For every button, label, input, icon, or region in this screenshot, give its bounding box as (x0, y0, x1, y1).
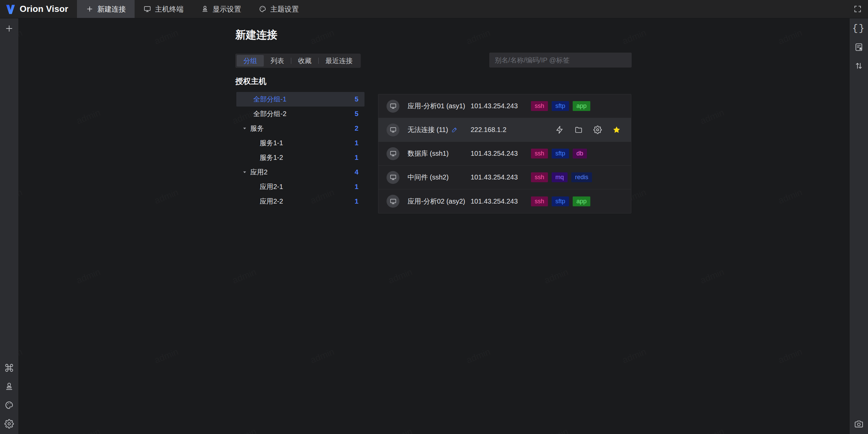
tree-item-count: 1 (355, 197, 364, 205)
tree-item[interactable]: 应用24 (236, 165, 364, 180)
monitor-icon (390, 198, 397, 205)
tag-badge-ssh: ssh (531, 101, 548, 111)
tree-item[interactable]: 全部分组-15 (236, 92, 364, 107)
plus-icon (86, 5, 94, 13)
group-tree: 全部分组-15全部分组-25服务2服务1-11服务1-21应用24应用2-11应… (236, 92, 364, 209)
host-row[interactable]: 数据库 (ssh1)101.43.254.243sshsftpdb (378, 142, 631, 166)
top-nav: 新建连接主机终端显示设置主题设置 (77, 0, 308, 18)
tag-badge-mq: mq (552, 172, 568, 182)
gear-icon (4, 419, 14, 429)
plus-button[interactable] (3, 23, 15, 34)
gear-icon (593, 126, 602, 134)
tree-item-count: 5 (355, 95, 364, 103)
nav-item-label: 新建连接 (97, 4, 126, 14)
nav-item-label: 主题设置 (270, 4, 299, 14)
tree-item-count: 1 (355, 139, 364, 147)
host-tags: sshsftpapp (531, 101, 590, 111)
tree-item[interactable]: 服务1-11 (236, 136, 364, 150)
host-name: 无法连接 (11) (408, 125, 458, 134)
tree-item-label: 服务 (250, 124, 264, 133)
tree-item-label: 全部分组-1 (253, 95, 287, 104)
main-area: adminadminadminadminadminadminadminadmin… (18, 18, 850, 434)
tag-badge-redis: redis (571, 172, 592, 182)
camera-icon (854, 419, 864, 429)
tree-item-label: 服务1-1 (260, 138, 283, 148)
right-rail: {} (850, 18, 868, 434)
host-name: 应用-分析02 (asy2) (408, 197, 465, 206)
host-name-text: 应用-分析02 (asy2) (408, 197, 465, 206)
host-ip: 101.43.254.243 (471, 150, 518, 157)
host-tags: sshsftpdb (531, 149, 587, 158)
palette-icon (259, 5, 267, 13)
tab-list[interactable]: 列表 (264, 55, 291, 67)
host-row[interactable]: 中间件 (ssh2)101.43.254.243sshmqredis (378, 166, 631, 189)
tree-item-count: 5 (355, 110, 364, 118)
camera-button[interactable] (853, 418, 865, 430)
tree-item-label: 全部分组-2 (253, 109, 287, 118)
tag-badge-ssh: ssh (531, 149, 548, 158)
host-avatar (387, 171, 399, 184)
search-box (489, 53, 632, 68)
tag-badge-ssh: ssh (531, 196, 548, 206)
page-title: 新建连接 (235, 28, 277, 42)
host-row[interactable]: 应用-分析02 (asy2)101.43.254.243sshsftpapp (378, 189, 631, 213)
tab-favorite[interactable]: 收藏 (291, 55, 318, 67)
tree-item-count: 2 (355, 125, 364, 132)
host-ip: 101.43.254.243 (471, 102, 518, 110)
tag-badge-app: app (573, 101, 590, 111)
tree-item[interactable]: 服务2 (236, 121, 364, 136)
search-input[interactable] (489, 53, 632, 68)
tab-recent[interactable]: 最近连接 (319, 55, 359, 67)
topbar: Orion Visor 新建连接主机终端显示设置主题设置 (0, 0, 868, 18)
nav-item-label: 显示设置 (213, 4, 241, 14)
braces-icon: {} (852, 23, 865, 34)
gear-button[interactable] (3, 418, 15, 430)
nav-item-host-terminal[interactable]: 主机终端 (135, 0, 192, 18)
braces-button[interactable]: {} (853, 23, 865, 34)
command-icon (4, 363, 14, 373)
favorite-button[interactable] (612, 126, 621, 134)
nav-item-display-settings[interactable]: 显示设置 (192, 0, 250, 18)
caret-down-icon (242, 170, 247, 175)
host-avatar (387, 124, 399, 136)
left-rail (0, 18, 18, 434)
edit-name-icon[interactable] (451, 127, 458, 133)
host-name-text: 无法连接 (11) (408, 125, 448, 134)
palette-button[interactable] (3, 399, 15, 411)
plus-icon (4, 24, 14, 33)
host-list: 应用-分析01 (asy1)101.43.254.243sshsftpapp无法… (378, 94, 631, 213)
monitor-icon (143, 5, 151, 13)
star-icon (612, 126, 621, 134)
tag-badge-sftp: sftp (552, 196, 569, 206)
stamp-icon (201, 5, 209, 13)
fullscreen-button[interactable] (852, 3, 863, 15)
sftp-button[interactable] (574, 126, 583, 134)
host-ip: 101.43.254.243 (471, 197, 518, 205)
tree-item[interactable]: 应用2-11 (236, 180, 364, 194)
sort-arrows-button[interactable] (853, 60, 865, 72)
tree-item[interactable]: 服务1-21 (236, 150, 364, 165)
settings-button[interactable] (593, 126, 602, 134)
tree-item-label: 服务1-2 (260, 153, 283, 162)
tree-item-count: 1 (355, 154, 364, 162)
tree-item[interactable]: 应用2-21 (236, 194, 364, 209)
monitor-icon (390, 150, 397, 157)
host-avatar (387, 195, 399, 208)
tree-item-label: 应用2-1 (260, 182, 283, 191)
tree-item[interactable]: 全部分组-25 (236, 107, 364, 121)
logo-icon (5, 3, 16, 15)
folder-icon (574, 126, 583, 134)
nav-item-new-connection[interactable]: 新建连接 (77, 0, 135, 18)
stamp-icon (4, 382, 14, 391)
host-avatar (387, 100, 399, 113)
nav-item-theme-settings[interactable]: 主题设置 (250, 0, 308, 18)
host-row[interactable]: 无法连接 (11)222.168.1.2 (378, 118, 631, 142)
nav-item-label: 主机终端 (155, 4, 183, 14)
tab-group[interactable]: 分组 (237, 55, 264, 67)
stamp-button[interactable] (3, 381, 15, 392)
host-row[interactable]: 应用-分析01 (asy1)101.43.254.243sshsftpapp (378, 94, 631, 118)
command-button[interactable] (3, 362, 15, 374)
tag-badge-sftp: sftp (552, 149, 569, 158)
connect-button[interactable] (555, 126, 564, 134)
document-bookmark-button[interactable] (853, 41, 865, 53)
